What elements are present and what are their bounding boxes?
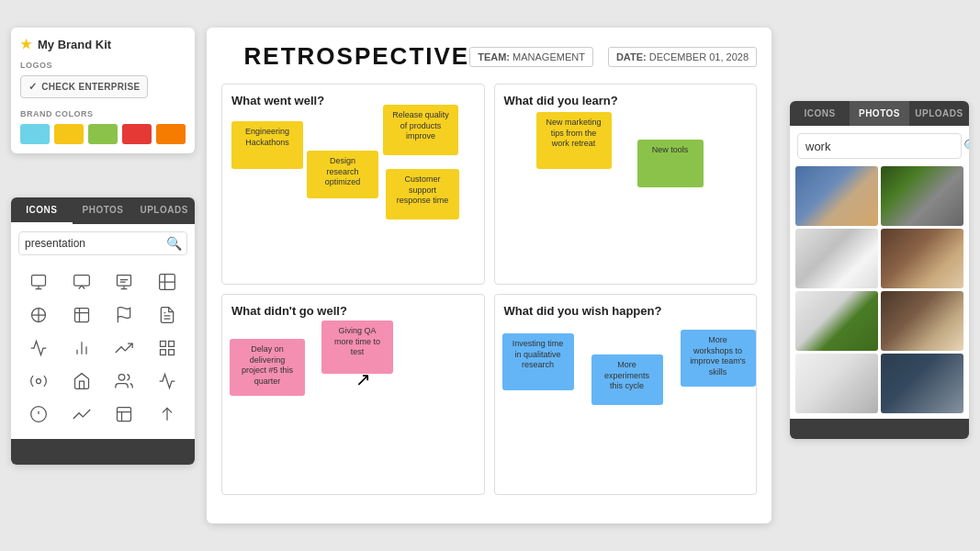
team-label: TEAM: xyxy=(478,51,510,62)
color-swatches xyxy=(20,124,186,144)
logos-section: LOGOS ✓ CHECK ENTERPRISE xyxy=(20,61,186,98)
tab-photos-right[interactable]: PHOTOS xyxy=(850,101,909,126)
icon-cell-12[interactable] xyxy=(147,332,188,364)
brand-colors-section: BRAND COLORS xyxy=(20,109,186,144)
sticky-marketing[interactable]: New marketing tips from the work retreat xyxy=(536,112,612,169)
svg-rect-3 xyxy=(73,276,89,287)
photo-thumb-2[interactable] xyxy=(881,166,963,226)
check-enterprise-label: CHECK ENTERPRISE xyxy=(41,82,140,92)
date-label: DATE: xyxy=(616,51,647,62)
team-meta: TEAM: MANAGEMENT xyxy=(469,47,593,67)
retro-board: RETROSPECTIVE TEAM: MANAGEMENT DATE: DEC… xyxy=(207,28,772,523)
svg-rect-20 xyxy=(168,342,174,347)
tab-uploads-right[interactable]: UPLOADS xyxy=(909,101,969,126)
icon-cell-9[interactable] xyxy=(18,332,60,364)
brand-kit-panel: ★ My Brand Kit LOGOS ✓ CHECK ENTERPRISE … xyxy=(11,28,195,153)
icons-panel-bottom xyxy=(11,439,195,465)
icon-cell-16[interactable] xyxy=(147,365,188,397)
icon-cell-6[interactable] xyxy=(62,299,103,331)
tab-icons[interactable]: ICONS xyxy=(11,197,73,224)
color-swatch-red[interactable] xyxy=(122,124,152,144)
svg-rect-0 xyxy=(32,276,46,287)
icon-cell-8[interactable] xyxy=(147,299,188,331)
tab-icons-right[interactable]: ICONS xyxy=(790,101,850,126)
check-enterprise-button[interactable]: ✓ CHECK ENTERPRISE xyxy=(20,75,148,98)
icons-search-icon[interactable]: 🔍 xyxy=(166,236,182,251)
date-value: DECEMBER 01, 2028 xyxy=(649,51,749,62)
icons-grid xyxy=(11,263,195,433)
photos-search-icon[interactable]: 🔍 xyxy=(963,139,969,153)
svg-point-23 xyxy=(37,379,41,384)
tab-photos-left[interactable]: PHOTOS xyxy=(73,197,134,224)
svg-point-24 xyxy=(118,375,125,381)
icon-cell-10[interactable] xyxy=(62,332,103,364)
icon-cell-4[interactable] xyxy=(147,266,188,298)
icons-search-input[interactable] xyxy=(25,237,163,250)
icon-cell-11[interactable] xyxy=(104,332,145,364)
photo-thumb-8[interactable] xyxy=(881,354,963,413)
sticky-release[interactable]: Release quality of products improve xyxy=(383,105,458,155)
sticky-customer[interactable]: Customer support response time xyxy=(386,169,459,219)
check-icon: ✓ xyxy=(28,81,37,93)
retro-meta: TEAM: MANAGEMENT DATE: DECEMBER 01, 2028 xyxy=(469,47,757,67)
photo-thumb-3[interactable] xyxy=(795,229,878,288)
icon-cell-17[interactable] xyxy=(18,399,60,430)
sticky-workshops[interactable]: More workshops to improve team's skills xyxy=(681,330,756,387)
icons-panel: ICONS PHOTOS UPLOADS 🔍 xyxy=(11,197,195,465)
icon-cell-7[interactable] xyxy=(104,299,145,331)
icon-cell-3[interactable] xyxy=(104,266,145,298)
svg-rect-22 xyxy=(160,350,165,355)
sticky-experiments[interactable]: More experiments this cycle xyxy=(591,354,663,405)
quadrant-didnt-go-well-title: What didn't go well? xyxy=(231,304,475,318)
photos-search-input[interactable] xyxy=(805,140,960,153)
color-swatch-green[interactable] xyxy=(88,124,118,144)
sticky-investing[interactable]: Investing time in qualitative research xyxy=(502,333,574,390)
icons-panel-tabs: ICONS PHOTOS UPLOADS xyxy=(11,197,195,224)
icon-cell-18[interactable] xyxy=(62,399,103,430)
photo-thumb-4[interactable] xyxy=(881,229,963,288)
icon-cell-14[interactable] xyxy=(62,365,103,397)
brand-colors-label: BRAND COLORS xyxy=(20,109,186,118)
quadrant-wish-happened: What did you wish happen? Investing time… xyxy=(494,294,758,495)
svg-rect-4 xyxy=(118,276,131,287)
quadrant-learned-title: What did you learn? xyxy=(504,94,748,107)
sticky-design[interactable]: Design research optimized xyxy=(307,151,378,198)
icon-cell-5[interactable] xyxy=(18,299,60,331)
date-meta: DATE: DECEMBER 01, 2028 xyxy=(608,47,757,67)
brand-kit-title: ★ My Brand Kit xyxy=(20,37,186,51)
photos-grid xyxy=(790,166,969,419)
tab-uploads-left[interactable]: UPLOADS xyxy=(133,197,195,224)
star-icon: ★ xyxy=(20,37,32,51)
icons-search-bar: 🔍 xyxy=(18,231,187,255)
svg-rect-28 xyxy=(118,408,131,422)
photos-panel: ICONS PHOTOS UPLOADS 🔍 xyxy=(790,101,969,439)
photo-thumb-5[interactable] xyxy=(795,291,878,351)
quadrant-wish-happened-title: What did you wish happen? xyxy=(504,304,748,318)
icon-cell-15[interactable] xyxy=(104,365,145,397)
sticky-engineering[interactable]: Engineering Hackathons xyxy=(231,121,303,169)
photos-panel-bottom xyxy=(790,419,969,439)
color-swatch-yellow[interactable] xyxy=(54,124,84,144)
sticky-delay[interactable]: Delay on delivering project #5 this quar… xyxy=(230,339,305,396)
icon-cell-1[interactable] xyxy=(18,266,60,298)
photo-thumb-6[interactable] xyxy=(881,291,963,351)
retro-header: RETROSPECTIVE TEAM: MANAGEMENT DATE: DEC… xyxy=(221,42,757,71)
sticky-qa[interactable]: Giving QA more time to test xyxy=(321,320,393,374)
svg-rect-12 xyxy=(74,309,88,322)
icon-cell-19[interactable] xyxy=(104,399,145,430)
sticky-new-tools[interactable]: New tools xyxy=(637,140,704,187)
icon-cell-20[interactable] xyxy=(147,399,188,430)
retro-title: RETROSPECTIVE xyxy=(244,42,470,71)
brand-kit-label: My Brand Kit xyxy=(38,38,111,51)
quadrant-didnt-go-well: What didn't go well? Delay on delivering… xyxy=(221,294,485,495)
icon-cell-13[interactable] xyxy=(18,365,60,397)
quadrant-learned: What did you learn? New marketing tips f… xyxy=(494,84,758,285)
color-swatch-orange[interactable] xyxy=(156,124,186,144)
quadrant-went-well: What went well? Engineering Hackathons D… xyxy=(221,84,485,285)
logos-label: LOGOS xyxy=(20,61,186,70)
photo-thumb-7[interactable] xyxy=(795,354,878,413)
photos-search-bar: 🔍 xyxy=(797,133,962,159)
icon-cell-2[interactable] xyxy=(62,266,103,298)
color-swatch-blue[interactable] xyxy=(20,124,50,144)
photo-thumb-1[interactable] xyxy=(795,166,878,226)
